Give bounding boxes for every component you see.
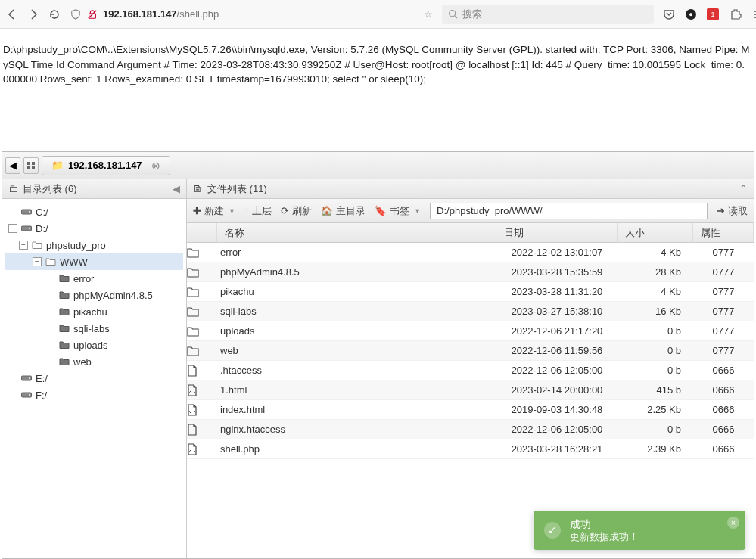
tree-node[interactable]: −D:/ [5,220,183,237]
cell-name: error [217,247,496,258]
cell-perm: 0777 [693,286,754,297]
extensions-icon[interactable] [730,8,742,20]
tree-label: sqli-labs [73,323,110,334]
sidebar-header: 🗀 目录列表 (6) ◀ [2,179,186,199]
drive-icon [20,374,33,383]
tree-label: phpstudy_pro [46,240,106,251]
table-row[interactable]: shell.php2023-03-28 16:28:212.39 Kb0666 [187,439,754,459]
cell-perm: 0666 [693,384,754,396]
extension-badge[interactable]: 1 [707,8,719,20]
table-row[interactable]: uploads2022-12-06 21:17:200 b0777 [187,321,754,341]
reload-button[interactable] [48,7,61,22]
check-icon: ✓ [544,522,561,539]
file-icon [187,365,217,377]
folder-icon [187,287,217,297]
grid-view-button[interactable] [23,157,39,174]
cell-name: 1.html [217,384,496,396]
cell-perm: 0666 [693,404,754,415]
table-row[interactable]: web2022-12-06 11:59:560 b0777 [187,341,754,361]
cell-date: 2019-09-03 14:30:48 [496,404,618,415]
tree-label: F:/ [36,390,47,401]
home-button[interactable]: 🏠主目录 [321,204,366,218]
pocket-icon[interactable] [663,8,675,20]
up-button[interactable]: ↑上层 [244,204,272,218]
cell-date: 2023-02-14 20:00:00 [496,384,618,396]
expand-toggle [46,340,55,349]
expand-toggle[interactable]: − [33,257,42,266]
col-name[interactable]: 名称 [217,223,496,242]
path-input[interactable] [430,203,708,219]
table-row[interactable]: phpMyAdmin4.8.52023-03-28 15:35:5928 Kb0… [187,262,754,282]
svg-line-3 [455,16,457,18]
table-row[interactable]: sqli-labs2023-03-27 15:38:1016 Kb0777 [187,302,754,321]
table-row[interactable]: 1.html2023-02-14 20:00:00415 b0666 [187,380,754,400]
toast-close-button[interactable]: × [727,517,739,529]
new-button[interactable]: ✚新建▼ [193,204,235,218]
folder-dark-icon [58,274,70,283]
expand-toggle [8,207,17,216]
cell-perm: 0666 [693,443,754,455]
folder-dark-icon [58,340,70,349]
tree-node[interactable]: error [5,270,183,287]
cell-name: sqli-labs [217,306,496,317]
directory-tree: C:/−D:/−phpstudy_pro−WWWerrorphpMyAdmin4… [2,199,186,558]
cell-perm: 0777 [693,306,754,317]
search-box[interactable]: 搜索 [442,5,654,24]
svg-rect-7 [27,162,30,165]
file-panel: 🗎 文件列表 (11) ⌃ ✚新建▼ ↑上层 ⟳刷新 🏠主目录 🔖书签▼ ➔读取… [187,179,754,558]
bookmark-button[interactable]: 🔖书签▼ [375,204,421,218]
tree-node[interactable]: sqli-labs [5,320,183,337]
tree-node[interactable]: C:/ [5,203,183,220]
collapse-button[interactable]: ◀ [5,157,20,174]
col-perm[interactable]: 属性 [693,223,754,242]
code-icon [187,443,217,455]
forward-button[interactable] [27,7,39,22]
cell-date: 2023-03-27 15:38:10 [496,306,618,317]
expand-toggle[interactable]: − [8,224,17,233]
collapse-icon[interactable]: ◀ [173,183,180,194]
refresh-button[interactable]: ⟳刷新 [281,204,312,218]
tree-node[interactable]: E:/ [5,370,183,387]
notification-badge[interactable]: ● [686,9,696,20]
table-row[interactable]: pikachu2023-03-28 11:31:204 Kb0777 [187,282,754,302]
table-row[interactable]: nginx.htaccess2022-12-06 12:05:000 b0666 [187,420,754,439]
table-row[interactable]: index.html2019-09-03 14:30:482.25 Kb0666 [187,400,754,420]
cell-size: 2.39 Kb [618,443,693,455]
code-icon [187,384,217,396]
collapse-icon[interactable]: ⌃ [739,183,748,194]
table-row[interactable]: .htaccess2022-12-06 12:05:000 b0666 [187,361,754,380]
address-bar[interactable]: 192.168.181.147/shell.php ☆ [70,8,433,20]
cell-perm: 0666 [693,424,754,435]
col-date[interactable]: 日期 [496,223,618,242]
cell-name: shell.php [217,443,496,455]
expand-toggle[interactable]: − [19,241,28,250]
tab-close-button[interactable]: ⊗ [151,160,160,172]
drive-icon [20,207,33,216]
col-size[interactable]: 大小 [618,223,693,242]
tab-host[interactable]: 📁 192.168.181.147 ⊗ [42,156,170,175]
filelist-title: 文件列表 (11) [207,182,267,196]
bookmark-star-button[interactable]: ☆ [424,8,433,20]
tree-node[interactable]: −phpstudy_pro [5,237,183,253]
back-button[interactable] [6,7,18,22]
tree-node[interactable]: pikachu [5,303,183,320]
cell-date: 2022-12-02 13:01:07 [496,247,618,258]
menu-icon[interactable] [752,8,756,20]
table-header: 名称 日期 大小 属性 [187,223,754,243]
cell-date: 2022-12-06 21:17:20 [496,325,618,337]
cell-name: pikachu [217,286,496,297]
tree-node[interactable]: phpMyAdmin4.8.5 [5,287,183,303]
tree-node[interactable]: −WWW [5,253,183,270]
svg-point-2 [450,11,456,17]
table-row[interactable]: error2022-12-02 13:01:074 Kb0777 [187,243,754,262]
tree-node[interactable]: web [5,353,183,370]
cell-date: 2023-03-28 16:28:21 [496,443,618,455]
svg-rect-8 [32,162,35,165]
folder-dark-icon [58,324,70,333]
tree-node[interactable]: F:/ [5,387,183,403]
read-button[interactable]: ➔读取 [717,204,748,218]
tab-bar: ◀ 📁 192.168.181.147 ⊗ [2,152,754,179]
cell-size: 415 b [618,384,693,396]
tree-node[interactable]: uploads [5,337,183,353]
expand-toggle [8,374,17,383]
